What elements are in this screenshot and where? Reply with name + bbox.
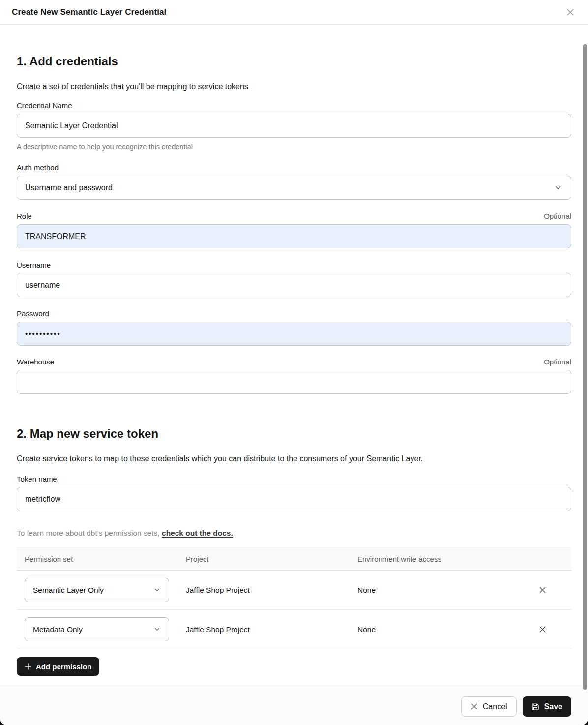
section-2-description: Create service tokens to map to these cr… — [17, 453, 571, 464]
remove-row-button[interactable] — [536, 584, 549, 597]
close-icon — [565, 7, 575, 17]
warehouse-label-row: Warehouse Optional — [17, 357, 571, 367]
scrollbar[interactable] — [582, 0, 588, 725]
chevron-down-icon — [154, 628, 160, 631]
x-icon — [538, 625, 547, 634]
docs-line: To learn more about dbt's permission set… — [17, 528, 571, 538]
create-credential-modal: Create New Semantic Layer Credential 1. … — [0, 0, 588, 725]
save-icon — [531, 703, 539, 711]
warehouse-label: Warehouse — [17, 357, 54, 367]
modal-title: Create New Semantic Layer Credential — [12, 7, 166, 17]
chevron-down-icon — [555, 186, 561, 190]
cancel-button[interactable]: Cancel — [461, 696, 517, 717]
x-icon — [470, 703, 478, 710]
permissions-table-header: Permission set Project Environment write… — [17, 547, 571, 571]
section-2-heading: 2. Map new service token — [17, 425, 571, 442]
column-header-env-write-access: Environment write access — [357, 555, 536, 563]
username-label: Username — [17, 260, 571, 270]
table-row: Metadata Only Jaffle Shop Project None — [17, 610, 571, 649]
permission-set-select[interactable]: Semantic Layer Only — [25, 578, 169, 602]
credential-name-helper: A descriptive name to help you recognize… — [17, 142, 571, 151]
remove-row-button[interactable] — [536, 623, 549, 636]
password-input[interactable] — [17, 322, 571, 346]
add-permission-label: Add permission — [36, 663, 91, 671]
section-1-description: Create a set of credentials that you'll … — [17, 81, 571, 92]
username-input[interactable] — [17, 273, 571, 297]
credential-name-input[interactable] — [17, 114, 571, 138]
project-cell: Jaffle Shop Project — [186, 586, 357, 595]
permission-set-select[interactable]: Metadata Only — [25, 617, 169, 641]
x-icon — [538, 586, 547, 594]
cancel-label: Cancel — [483, 702, 507, 711]
table-row: Semantic Layer Only Jaffle Shop Project … — [17, 571, 571, 610]
modal-header: Create New Semantic Layer Credential — [0, 0, 588, 25]
auth-method-value: Username and password — [25, 183, 113, 192]
modal-footer: Cancel Save — [0, 688, 588, 725]
save-label: Save — [544, 702, 562, 711]
scrollbar-thumb[interactable] — [583, 44, 587, 690]
chevron-down-icon — [154, 588, 160, 592]
role-label-row: Role Optional — [17, 211, 571, 221]
env-write-access-cell: None — [357, 625, 536, 634]
password-label: Password — [17, 309, 571, 319]
warehouse-optional-tag: Optional — [544, 358, 571, 366]
warehouse-input[interactable] — [17, 370, 571, 394]
plus-icon — [25, 663, 31, 670]
add-permission-button[interactable]: Add permission — [17, 657, 99, 676]
env-write-access-cell: None — [357, 586, 536, 595]
close-button[interactable] — [563, 5, 577, 19]
project-cell: Jaffle Shop Project — [186, 625, 357, 634]
credential-name-label: Credential Name — [17, 101, 571, 111]
column-header-project: Project — [186, 555, 357, 563]
role-label: Role — [17, 211, 32, 221]
permissions-table: Permission set Project Environment write… — [17, 547, 571, 649]
role-input[interactable] — [17, 224, 571, 248]
role-optional-tag: Optional — [544, 212, 571, 220]
docs-text: To learn more about dbt's permission set… — [17, 529, 162, 537]
permission-set-value: Semantic Layer Only — [33, 586, 104, 595]
auth-method-label: Auth method — [17, 163, 571, 173]
column-header-permission-set: Permission set — [25, 555, 186, 563]
modal-body: 1. Add credentials Create a set of crede… — [0, 53, 588, 676]
token-name-input[interactable] — [17, 487, 571, 511]
permission-set-value: Metadata Only — [33, 625, 83, 634]
token-name-label: Token name — [17, 474, 571, 484]
docs-link[interactable]: check out the docs. — [162, 529, 233, 537]
section-1-heading: 1. Add credentials — [17, 53, 571, 69]
auth-method-select[interactable]: Username and password — [17, 176, 571, 200]
save-button[interactable]: Save — [523, 696, 571, 717]
